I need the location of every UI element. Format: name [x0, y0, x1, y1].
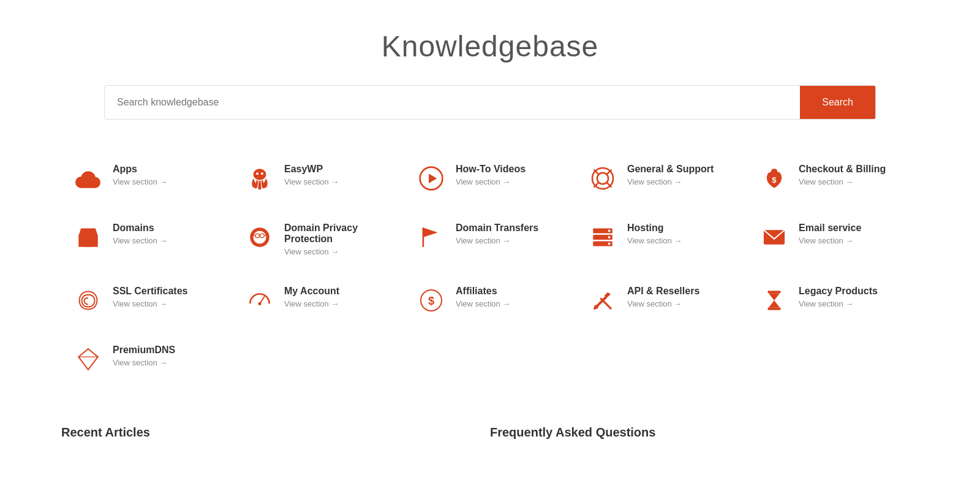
- svg-point-23: [608, 230, 611, 232]
- svg-point-16: [254, 231, 266, 244]
- category-item-legacy-products[interactable]: Legacy ProductsView section →: [747, 271, 919, 330]
- svg-point-24: [608, 236, 611, 238]
- category-title: PremiumDNS: [113, 345, 175, 356]
- category-title: Affiliates: [456, 286, 510, 297]
- category-link[interactable]: View section →: [627, 177, 714, 186]
- svg-rect-34: [768, 291, 781, 293]
- category-title: General & Support: [627, 164, 714, 175]
- category-title: Apps: [113, 164, 167, 175]
- category-title: Hosting: [627, 223, 682, 234]
- glasses-icon: [245, 223, 274, 252]
- category-link[interactable]: View section →: [113, 358, 175, 367]
- category-title: Legacy Products: [799, 286, 878, 297]
- svg-rect-35: [768, 308, 781, 310]
- svg-point-25: [608, 243, 611, 245]
- category-item-apps[interactable]: AppsView section →: [61, 149, 233, 208]
- category-item-email-service[interactable]: Email serviceView section →: [747, 208, 919, 271]
- search-input[interactable]: [105, 86, 800, 119]
- play-icon: [417, 164, 446, 193]
- category-title: Domain Transfers: [456, 223, 538, 234]
- category-item-domain-privacy[interactable]: Domain Privacy ProtectionView section →: [233, 208, 404, 271]
- category-title: SSL Certificates: [113, 286, 187, 297]
- category-title: Domain Privacy Protection: [284, 223, 392, 245]
- speedometer-icon: [245, 286, 274, 315]
- category-item-my-account[interactable]: My AccountView section →: [233, 271, 404, 330]
- category-link[interactable]: View section →: [799, 177, 886, 186]
- category-item-easywp[interactable]: EasyWPView section →: [233, 149, 404, 208]
- dollar-icon: $: [417, 286, 446, 315]
- category-link[interactable]: View section →: [113, 236, 167, 245]
- search-button[interactable]: Search: [800, 86, 875, 119]
- tools-icon: [588, 286, 617, 315]
- category-item-hosting[interactable]: HostingView section →: [576, 208, 747, 271]
- svg-text:$: $: [772, 175, 777, 185]
- svg-point-1: [256, 172, 258, 175]
- category-link[interactable]: View section →: [627, 299, 699, 308]
- category-item-premiumdns[interactable]: PremiumDNSView section →: [61, 330, 233, 389]
- category-link[interactable]: View section →: [284, 299, 339, 308]
- envelope-icon: [760, 223, 789, 252]
- category-link[interactable]: View section →: [113, 299, 187, 308]
- category-link[interactable]: View section →: [456, 236, 538, 245]
- svg-marker-4: [429, 173, 437, 183]
- category-link[interactable]: View section →: [456, 177, 526, 186]
- category-item-general-support[interactable]: General & SupportView section →: [576, 149, 747, 208]
- category-link[interactable]: View section →: [113, 177, 167, 186]
- svg-point-33: [594, 305, 598, 309]
- category-title: EasyWP: [284, 164, 339, 175]
- svg-marker-36: [78, 349, 98, 370]
- svg-point-6: [597, 173, 608, 184]
- bottom-section: Recent Articles Frequently Asked Questio…: [0, 401, 980, 440]
- category-item-affiliates[interactable]: $AffiliatesView section →: [404, 271, 576, 330]
- diamond-icon: [74, 345, 103, 374]
- svg-text:$: $: [428, 294, 434, 307]
- category-item-domains[interactable]: DomainsView section →: [61, 208, 233, 271]
- category-item-domain-transfers[interactable]: Domain TransfersView section →: [404, 208, 576, 271]
- category-title: Checkout & Billing: [799, 164, 886, 175]
- lifebuoy-icon: [588, 164, 617, 193]
- category-item-checkout-billing[interactable]: $Checkout & BillingView section →: [747, 149, 919, 208]
- category-item-api-resellers[interactable]: API & ResellersView section →: [576, 271, 747, 330]
- category-link[interactable]: View section →: [284, 177, 339, 186]
- recent-articles-heading: Recent Articles: [61, 425, 490, 440]
- category-item-how-to-videos[interactable]: How-To VideosView section →: [404, 149, 576, 208]
- svg-rect-13: [85, 239, 92, 247]
- svg-point-0: [254, 169, 266, 180]
- category-title: Domains: [113, 223, 167, 234]
- svg-point-28: [258, 302, 261, 305]
- hourglass-icon: [760, 286, 789, 315]
- categories-grid: AppsView section →EasyWPView section →Ho…: [0, 149, 980, 389]
- faq-heading: Frequently Asked Questions: [490, 425, 919, 440]
- fingerprint-icon: [74, 286, 103, 315]
- cloud-icon: [74, 164, 103, 193]
- money-bag-icon: $: [760, 164, 789, 193]
- category-title: API & Resellers: [627, 286, 699, 297]
- category-link[interactable]: View section →: [456, 299, 510, 308]
- svg-line-32: [601, 299, 611, 308]
- category-link[interactable]: View section →: [799, 299, 878, 308]
- svg-point-2: [261, 172, 263, 175]
- store-icon: [74, 223, 103, 252]
- search-bar: Search: [104, 85, 876, 120]
- svg-marker-37: [78, 349, 98, 357]
- server-icon: [588, 223, 617, 252]
- category-title: My Account: [284, 286, 339, 297]
- category-title: How-To Videos: [456, 164, 526, 175]
- category-link[interactable]: View section →: [799, 236, 861, 245]
- octopus-icon: [245, 164, 274, 193]
- category-title: Email service: [799, 223, 861, 234]
- category-link[interactable]: View section →: [627, 236, 682, 245]
- category-link[interactable]: View section →: [284, 247, 392, 256]
- page-title: Knowledgebase: [0, 29, 980, 63]
- category-item-ssl-certificates[interactable]: SSL CertificatesView section →: [61, 271, 233, 330]
- flag-icon: [417, 223, 446, 252]
